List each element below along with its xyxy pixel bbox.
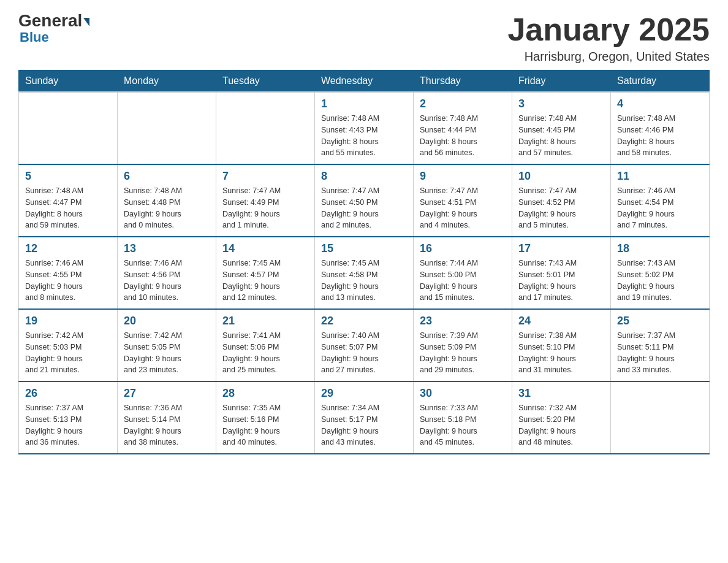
calendar-table: SundayMondayTuesdayWednesdayThursdayFrid… bbox=[18, 70, 710, 454]
day-info: Sunrise: 7:36 AM Sunset: 5:14 PM Dayligh… bbox=[124, 402, 210, 448]
calendar-cell: 7Sunrise: 7:47 AM Sunset: 4:49 PM Daylig… bbox=[216, 164, 315, 237]
weekday-header-wednesday: Wednesday bbox=[315, 71, 414, 93]
day-info: Sunrise: 7:46 AM Sunset: 4:54 PM Dayligh… bbox=[617, 185, 703, 231]
day-number: 21 bbox=[222, 315, 308, 327]
day-number: 22 bbox=[321, 315, 407, 327]
day-number: 10 bbox=[518, 170, 604, 183]
logo-blue-text: Blue bbox=[20, 29, 49, 45]
day-info: Sunrise: 7:48 AM Sunset: 4:43 PM Dayligh… bbox=[321, 113, 407, 159]
day-info: Sunrise: 7:47 AM Sunset: 4:52 PM Dayligh… bbox=[518, 185, 604, 231]
calendar-cell: 17Sunrise: 7:43 AM Sunset: 5:01 PM Dayli… bbox=[512, 237, 611, 309]
day-info: Sunrise: 7:46 AM Sunset: 4:56 PM Dayligh… bbox=[124, 258, 210, 304]
calendar-cell: 11Sunrise: 7:46 AM Sunset: 4:54 PM Dayli… bbox=[611, 164, 710, 237]
calendar-cell: 19Sunrise: 7:42 AM Sunset: 5:03 PM Dayli… bbox=[19, 309, 118, 381]
weekday-header-monday: Monday bbox=[118, 71, 216, 93]
calendar-cell: 2Sunrise: 7:48 AM Sunset: 4:44 PM Daylig… bbox=[414, 92, 512, 164]
day-info: Sunrise: 7:46 AM Sunset: 4:55 PM Dayligh… bbox=[25, 258, 111, 304]
calendar-cell: 8Sunrise: 7:47 AM Sunset: 4:50 PM Daylig… bbox=[315, 164, 414, 237]
day-info: Sunrise: 7:38 AM Sunset: 5:10 PM Dayligh… bbox=[518, 330, 604, 376]
day-info: Sunrise: 7:48 AM Sunset: 4:46 PM Dayligh… bbox=[617, 113, 703, 159]
calendar-cell: 28Sunrise: 7:35 AM Sunset: 5:16 PM Dayli… bbox=[216, 381, 315, 454]
day-number: 24 bbox=[518, 315, 604, 327]
calendar-cell: 9Sunrise: 7:47 AM Sunset: 4:51 PM Daylig… bbox=[414, 164, 512, 237]
calendar-cell: 15Sunrise: 7:45 AM Sunset: 4:58 PM Dayli… bbox=[315, 237, 414, 309]
weekday-header-sunday: Sunday bbox=[19, 71, 118, 93]
calendar-cell bbox=[611, 381, 710, 454]
calendar-cell: 5Sunrise: 7:48 AM Sunset: 4:47 PM Daylig… bbox=[19, 164, 118, 237]
day-number: 4 bbox=[617, 98, 703, 110]
day-number: 29 bbox=[321, 387, 407, 400]
location-text: Harrisburg, Oregon, United States bbox=[507, 50, 710, 64]
title-block: January 2025 Harrisburg, Oregon, United … bbox=[507, 12, 710, 64]
weekday-header-saturday: Saturday bbox=[611, 71, 710, 93]
day-info: Sunrise: 7:37 AM Sunset: 5:13 PM Dayligh… bbox=[25, 402, 111, 448]
day-info: Sunrise: 7:44 AM Sunset: 5:00 PM Dayligh… bbox=[420, 258, 506, 304]
day-info: Sunrise: 7:47 AM Sunset: 4:50 PM Dayligh… bbox=[321, 185, 407, 231]
day-info: Sunrise: 7:48 AM Sunset: 4:47 PM Dayligh… bbox=[25, 185, 111, 231]
calendar-cell: 25Sunrise: 7:37 AM Sunset: 5:11 PM Dayli… bbox=[611, 309, 710, 381]
day-info: Sunrise: 7:32 AM Sunset: 5:20 PM Dayligh… bbox=[518, 402, 604, 448]
day-info: Sunrise: 7:40 AM Sunset: 5:07 PM Dayligh… bbox=[321, 330, 407, 376]
day-number: 13 bbox=[124, 242, 210, 255]
day-info: Sunrise: 7:48 AM Sunset: 4:45 PM Dayligh… bbox=[518, 113, 604, 159]
calendar-header: SundayMondayTuesdayWednesdayThursdayFrid… bbox=[19, 71, 710, 93]
day-info: Sunrise: 7:42 AM Sunset: 5:05 PM Dayligh… bbox=[124, 330, 210, 376]
calendar-cell: 14Sunrise: 7:45 AM Sunset: 4:57 PM Dayli… bbox=[216, 237, 315, 309]
calendar-cell: 1Sunrise: 7:48 AM Sunset: 4:43 PM Daylig… bbox=[315, 92, 414, 164]
logo-general-text: General bbox=[18, 12, 89, 29]
day-info: Sunrise: 7:37 AM Sunset: 5:11 PM Dayligh… bbox=[617, 330, 703, 376]
calendar-cell: 27Sunrise: 7:36 AM Sunset: 5:14 PM Dayli… bbox=[118, 381, 216, 454]
calendar-cell: 4Sunrise: 7:48 AM Sunset: 4:46 PM Daylig… bbox=[611, 92, 710, 164]
weekday-header-friday: Friday bbox=[512, 71, 611, 93]
weekday-header-thursday: Thursday bbox=[414, 71, 512, 93]
calendar-cell: 6Sunrise: 7:48 AM Sunset: 4:48 PM Daylig… bbox=[118, 164, 216, 237]
day-number: 19 bbox=[25, 315, 111, 327]
calendar-cell bbox=[19, 92, 118, 164]
month-title: January 2025 bbox=[507, 12, 710, 47]
day-number: 27 bbox=[124, 387, 210, 400]
day-number: 14 bbox=[222, 242, 308, 255]
weekday-header-row: SundayMondayTuesdayWednesdayThursdayFrid… bbox=[19, 71, 710, 93]
day-number: 7 bbox=[222, 170, 308, 183]
calendar-week-3: 12Sunrise: 7:46 AM Sunset: 4:55 PM Dayli… bbox=[19, 237, 710, 309]
day-info: Sunrise: 7:47 AM Sunset: 4:49 PM Dayligh… bbox=[222, 185, 308, 231]
calendar-body: 1Sunrise: 7:48 AM Sunset: 4:43 PM Daylig… bbox=[19, 92, 710, 454]
calendar-cell: 21Sunrise: 7:41 AM Sunset: 5:06 PM Dayli… bbox=[216, 309, 315, 381]
calendar-week-1: 1Sunrise: 7:48 AM Sunset: 4:43 PM Daylig… bbox=[19, 92, 710, 164]
calendar-cell: 16Sunrise: 7:44 AM Sunset: 5:00 PM Dayli… bbox=[414, 237, 512, 309]
calendar-cell: 20Sunrise: 7:42 AM Sunset: 5:05 PM Dayli… bbox=[118, 309, 216, 381]
day-info: Sunrise: 7:43 AM Sunset: 5:01 PM Dayligh… bbox=[518, 258, 604, 304]
day-info: Sunrise: 7:48 AM Sunset: 4:48 PM Dayligh… bbox=[124, 185, 210, 231]
day-number: 26 bbox=[25, 387, 111, 400]
logo: General Blue bbox=[18, 12, 89, 45]
calendar-cell: 10Sunrise: 7:47 AM Sunset: 4:52 PM Dayli… bbox=[512, 164, 611, 237]
calendar-cell: 3Sunrise: 7:48 AM Sunset: 4:45 PM Daylig… bbox=[512, 92, 611, 164]
day-number: 11 bbox=[617, 170, 703, 183]
day-number: 25 bbox=[617, 315, 703, 327]
day-number: 8 bbox=[321, 170, 407, 183]
calendar-cell: 24Sunrise: 7:38 AM Sunset: 5:10 PM Dayli… bbox=[512, 309, 611, 381]
day-info: Sunrise: 7:41 AM Sunset: 5:06 PM Dayligh… bbox=[222, 330, 308, 376]
calendar-cell: 29Sunrise: 7:34 AM Sunset: 5:17 PM Dayli… bbox=[315, 381, 414, 454]
day-number: 12 bbox=[25, 242, 111, 255]
day-info: Sunrise: 7:39 AM Sunset: 5:09 PM Dayligh… bbox=[420, 330, 506, 376]
day-info: Sunrise: 7:42 AM Sunset: 5:03 PM Dayligh… bbox=[25, 330, 111, 376]
day-number: 9 bbox=[420, 170, 506, 183]
calendar-week-5: 26Sunrise: 7:37 AM Sunset: 5:13 PM Dayli… bbox=[19, 381, 710, 454]
day-info: Sunrise: 7:35 AM Sunset: 5:16 PM Dayligh… bbox=[222, 402, 308, 448]
calendar-cell: 23Sunrise: 7:39 AM Sunset: 5:09 PM Dayli… bbox=[414, 309, 512, 381]
calendar-week-4: 19Sunrise: 7:42 AM Sunset: 5:03 PM Dayli… bbox=[19, 309, 710, 381]
day-number: 30 bbox=[420, 387, 506, 400]
day-info: Sunrise: 7:34 AM Sunset: 5:17 PM Dayligh… bbox=[321, 402, 407, 448]
day-number: 6 bbox=[124, 170, 210, 183]
day-number: 5 bbox=[25, 170, 111, 183]
day-info: Sunrise: 7:45 AM Sunset: 4:58 PM Dayligh… bbox=[321, 258, 407, 304]
day-info: Sunrise: 7:45 AM Sunset: 4:57 PM Dayligh… bbox=[222, 258, 308, 304]
day-number: 31 bbox=[518, 387, 604, 400]
calendar-cell: 13Sunrise: 7:46 AM Sunset: 4:56 PM Dayli… bbox=[118, 237, 216, 309]
calendar-week-2: 5Sunrise: 7:48 AM Sunset: 4:47 PM Daylig… bbox=[19, 164, 710, 237]
day-number: 18 bbox=[617, 242, 703, 255]
day-info: Sunrise: 7:33 AM Sunset: 5:18 PM Dayligh… bbox=[420, 402, 506, 448]
day-number: 16 bbox=[420, 242, 506, 255]
day-number: 15 bbox=[321, 242, 407, 255]
